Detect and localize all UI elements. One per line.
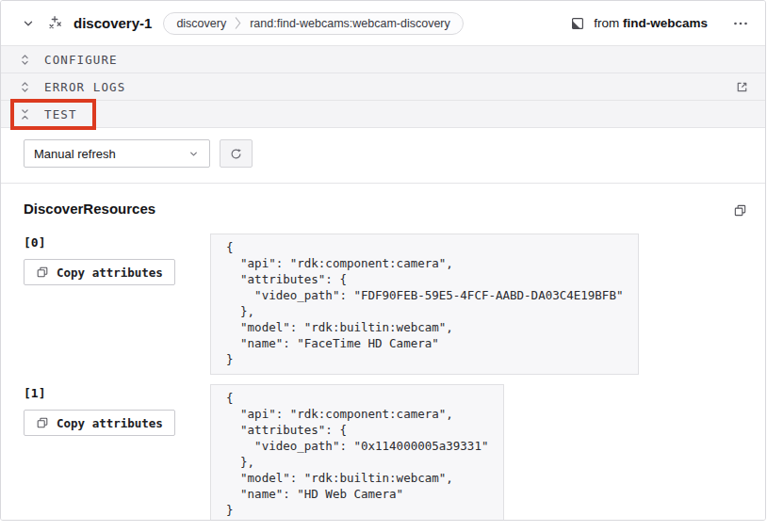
result-json-1: { "api": "rdk:component:camera", "attrib… <box>210 384 504 521</box>
annotation-highlight: TEST <box>10 99 96 130</box>
section-test[interactable]: TEST <box>1 100 765 127</box>
card-header-right: from find-webcams <box>570 13 752 34</box>
copy-attributes-button-1[interactable]: Copy attributes <box>24 410 175 436</box>
result-1-controls: [1] Copy attributes <box>24 384 210 436</box>
ellipsis-icon <box>732 16 749 31</box>
section-test-label: TEST <box>44 107 77 121</box>
refresh-icon <box>229 147 243 161</box>
card-menu-button[interactable] <box>729 13 752 34</box>
section-error-logs-label: ERROR LOGS <box>44 80 125 94</box>
result-json-0: { "api": "rdk:component:camera", "attrib… <box>210 234 639 375</box>
resource-type-badge: discovery rand:find-webcams:webcam-disco… <box>163 12 463 35</box>
fold-icon <box>18 107 32 121</box>
results-title: DiscoverResources <box>24 201 155 217</box>
section-configure[interactable]: CONFIGURE <box>1 45 765 73</box>
section-error-logs-left: ERROR LOGS <box>18 80 125 94</box>
copy-icon <box>36 266 49 279</box>
unfold-icon <box>18 53 32 67</box>
copy-icon <box>36 416 49 429</box>
section-error-logs[interactable]: ERROR LOGS <box>1 73 765 100</box>
discover-results: DiscoverResources [0] <box>1 184 765 521</box>
badge-type-label: discovery <box>176 17 226 30</box>
collapse-card-chevron-icon[interactable] <box>18 13 39 34</box>
refresh-controls: Manual refresh <box>1 128 765 184</box>
copy-attributes-label: Copy attributes <box>57 416 163 430</box>
refresh-mode-value: Manual refresh <box>34 147 116 161</box>
refresh-button[interactable] <box>220 139 253 168</box>
card-header: discovery-1 discovery rand:find-webcams:… <box>1 1 765 45</box>
resource-title: discovery-1 <box>73 15 152 31</box>
unfold-icon <box>18 80 32 94</box>
copy-attributes-button-0[interactable]: Copy attributes <box>24 259 175 285</box>
discovery-sparkle-icon <box>47 15 63 31</box>
module-icon <box>570 16 585 31</box>
from-module-name: find-webcams <box>623 16 708 30</box>
badge-separator-chevron-icon <box>235 16 241 30</box>
copy-results-button[interactable] <box>730 201 750 220</box>
refresh-mode-select[interactable]: Manual refresh <box>24 139 210 168</box>
card-header-left: discovery-1 discovery rand:find-webcams:… <box>18 12 464 35</box>
result-item-0: [0] Copy attributes { "api": "rdk:compon… <box>1 234 765 375</box>
chevron-down-icon <box>188 148 200 160</box>
result-item-1: [1] Copy attributes { "api": "rdk:compon… <box>1 384 765 521</box>
from-label: from <box>594 16 619 30</box>
result-index-label: [0] <box>24 235 210 250</box>
external-link-icon <box>735 80 749 94</box>
resource-card: discovery-1 discovery rand:find-webcams:… <box>0 0 766 521</box>
copy-attributes-label: Copy attributes <box>57 266 163 280</box>
from-module-text: from find-webcams <box>594 16 708 30</box>
section-configure-label: CONFIGURE <box>44 53 118 67</box>
section-configure-left: CONFIGURE <box>18 53 118 67</box>
copy-icon <box>733 203 747 218</box>
open-logs-external-button[interactable] <box>732 77 752 97</box>
test-panel: Manual refresh DiscoverResources <box>1 127 765 521</box>
result-index-label: [1] <box>24 386 210 400</box>
results-header: DiscoverResources <box>1 184 765 220</box>
result-0-controls: [0] Copy attributes <box>24 234 210 285</box>
badge-model-label: rand:find-webcams:webcam-discovery <box>250 17 450 30</box>
